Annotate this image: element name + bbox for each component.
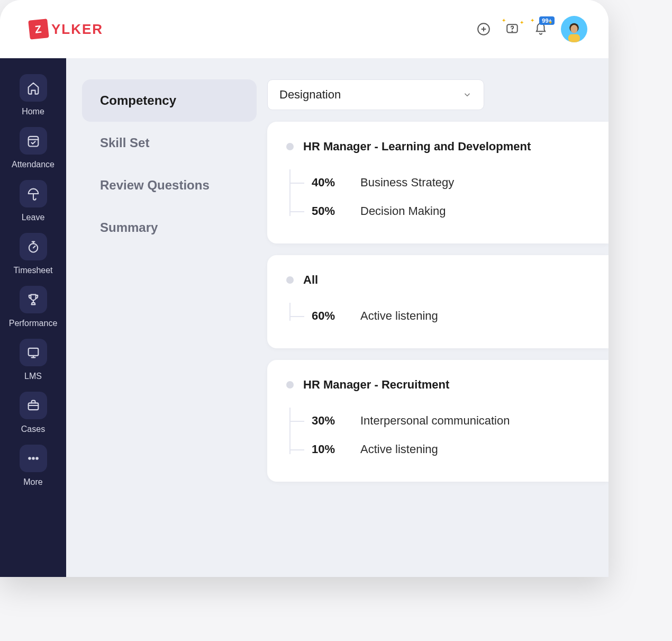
competency-item: 10% Active listening bbox=[286, 435, 593, 464]
competency-label: Active listening bbox=[360, 309, 438, 323]
tab-review-questions[interactable]: Review Questions bbox=[82, 164, 257, 206]
sidebar-item-label: Home bbox=[22, 107, 44, 116]
competency-label: Interpersonal communication bbox=[360, 414, 510, 428]
sidebar-item-performance[interactable]: Performance bbox=[0, 286, 66, 328]
sidebar-item-leave[interactable]: Leave bbox=[0, 180, 66, 222]
competency-percent: 10% bbox=[312, 443, 349, 456]
group-title: HR Manager - Learning and Development bbox=[286, 140, 593, 154]
topbar-icons: 99+ bbox=[475, 16, 587, 42]
svg-rect-19 bbox=[28, 403, 38, 410]
competency-label: Business Strategy bbox=[360, 176, 454, 189]
sidebar-item-timesheet[interactable]: Timesheet bbox=[0, 233, 66, 275]
sidebar-item-label: Cases bbox=[21, 425, 45, 434]
sidebar-item-attendance[interactable]: Attendance bbox=[0, 127, 66, 169]
competency-group-card: All 60% Active listening bbox=[267, 255, 609, 348]
svg-rect-16 bbox=[28, 348, 38, 356]
sidebar-item-label: LMS bbox=[24, 372, 42, 381]
svg-point-21 bbox=[29, 457, 31, 459]
group-title: All bbox=[286, 273, 593, 287]
content-area: Competency Skill Set Review Questions Su… bbox=[66, 58, 609, 577]
competency-group-card: HR Manager - Recruitment 30% Interperson… bbox=[267, 360, 609, 482]
group-title: HR Manager - Recruitment bbox=[286, 378, 593, 392]
competency-label: Active listening bbox=[360, 443, 438, 456]
svg-rect-7 bbox=[568, 34, 580, 42]
notification-count-badge: 99+ bbox=[539, 16, 555, 25]
sidebar-item-lms[interactable]: LMS bbox=[0, 339, 66, 381]
svg-point-6 bbox=[570, 25, 577, 33]
more-icon bbox=[20, 445, 47, 472]
brand-logo: Z YLKER bbox=[29, 20, 103, 39]
dropdown-value: Designation bbox=[279, 88, 341, 102]
avatar[interactable] bbox=[561, 16, 587, 42]
competency-percent: 50% bbox=[312, 204, 349, 218]
calendar-check-icon bbox=[20, 127, 47, 155]
brand-name: YLKER bbox=[51, 21, 103, 38]
svg-line-12 bbox=[33, 246, 35, 248]
add-icon[interactable] bbox=[475, 21, 492, 38]
competency-item: 60% Active listening bbox=[286, 302, 593, 330]
topbar: Z YLKER 99+ bbox=[0, 0, 609, 58]
competency-tree: 40% Business Strategy 50% Decision Makin… bbox=[286, 168, 593, 225]
competency-label: Decision Making bbox=[360, 204, 446, 218]
tab-summary[interactable]: Summary bbox=[82, 206, 257, 249]
sidebar-item-more[interactable]: More bbox=[0, 445, 66, 487]
sidebar-item-label: Performance bbox=[9, 319, 58, 328]
competency-tree: 60% Active listening bbox=[286, 302, 593, 330]
svg-point-23 bbox=[36, 457, 38, 459]
tabs-list: Competency Skill Set Review Questions Su… bbox=[82, 79, 257, 577]
chevron-down-icon bbox=[462, 90, 472, 100]
briefcase-icon bbox=[20, 392, 47, 419]
competency-percent: 30% bbox=[312, 414, 349, 428]
competency-percent: 40% bbox=[312, 176, 349, 189]
sidebar-item-home[interactable]: Home bbox=[0, 74, 66, 116]
sidebar-item-label: Timesheet bbox=[13, 266, 52, 275]
competency-item: 50% Decision Making bbox=[286, 197, 593, 225]
tab-skill-set[interactable]: Skill Set bbox=[82, 122, 257, 164]
sidebar-item-label: Leave bbox=[22, 213, 45, 222]
competency-tree: 30% Interpersonal communication 10% Acti… bbox=[286, 407, 593, 464]
competency-item: 40% Business Strategy bbox=[286, 168, 593, 197]
notifications-icon[interactable]: 99+ bbox=[532, 21, 549, 38]
sidebar-item-label: Attendance bbox=[12, 160, 55, 169]
designation-dropdown[interactable]: Designation bbox=[267, 79, 484, 110]
umbrella-icon bbox=[20, 180, 47, 207]
sidebar-nav: Home Attendance Leave Timesheet Performa… bbox=[0, 58, 66, 577]
stopwatch-icon bbox=[20, 233, 47, 260]
sidebar-item-label: More bbox=[23, 477, 42, 487]
svg-point-4 bbox=[512, 31, 512, 32]
help-icon[interactable] bbox=[504, 21, 521, 38]
bullet-icon bbox=[286, 381, 294, 389]
bullet-icon bbox=[286, 143, 294, 150]
competency-item: 30% Interpersonal communication bbox=[286, 407, 593, 435]
trophy-icon bbox=[20, 286, 47, 313]
home-icon bbox=[20, 74, 47, 102]
bullet-icon bbox=[286, 276, 294, 284]
competency-group-card: HR Manager - Learning and Development 40… bbox=[267, 122, 609, 243]
tab-competency[interactable]: Competency bbox=[82, 79, 257, 122]
svg-rect-8 bbox=[28, 137, 38, 147]
brand-badge: Z bbox=[28, 19, 49, 40]
presentation-icon bbox=[20, 339, 47, 366]
competency-percent: 60% bbox=[312, 309, 349, 323]
panel: Designation HR Manager - Learning and De… bbox=[267, 79, 609, 577]
sidebar-item-cases[interactable]: Cases bbox=[0, 392, 66, 434]
svg-point-22 bbox=[32, 457, 34, 459]
